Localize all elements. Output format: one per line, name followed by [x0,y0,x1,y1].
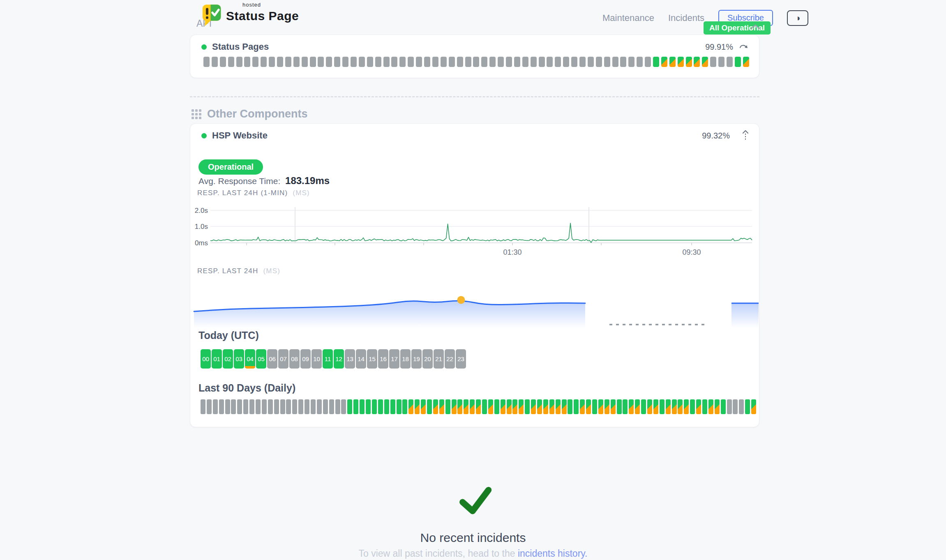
uptime-bar[interactable] [694,57,700,67]
uptime-bar[interactable] [506,57,512,67]
uptime-bar[interactable] [203,57,210,67]
uptime-bar[interactable] [268,399,273,414]
uptime-bar[interactable] [293,57,300,67]
nav-maintenance[interactable]: Maintenance [602,13,654,23]
uptime-bar[interactable] [408,399,413,414]
uptime-bar[interactable] [427,399,432,414]
uptime-bar[interactable] [641,399,646,414]
uptime-bar[interactable] [598,399,603,414]
uptime-bar[interactable] [457,57,463,67]
uptime-bar[interactable] [605,399,609,414]
uptime-bar[interactable] [249,399,254,414]
hour-block[interactable]: 06 [267,349,277,369]
uptime-bar[interactable] [666,399,671,414]
uptime-bar[interactable] [298,399,303,414]
uptime-bar[interactable] [537,399,542,414]
uptime-bar[interactable] [574,399,579,414]
uptime-bar[interactable] [329,399,334,414]
uptime-bar[interactable] [718,57,724,67]
uptime-bar[interactable] [421,399,426,414]
chart-marker-dot[interactable] [457,296,465,304]
uptime-bar[interactable] [452,399,457,414]
uptime-bar[interactable] [341,399,346,414]
uptime-bar[interactable] [637,57,643,67]
uptime-bar[interactable] [612,57,618,67]
uptime-bar[interactable] [568,399,572,414]
uptime-bar[interactable] [292,399,297,414]
uptime-bar[interactable] [715,399,720,414]
uptime-bar[interactable] [244,57,250,67]
hour-block[interactable]: 03 [234,349,244,369]
uptime-bar[interactable] [449,57,455,67]
uptime-bar[interactable] [617,399,622,414]
hour-block[interactable]: 01 [212,349,222,369]
uptime-bar[interactable] [384,399,389,414]
uptime-bar[interactable] [334,57,340,67]
uptime-bar[interactable] [696,399,701,414]
uptime-bar[interactable] [556,399,561,414]
uptime-bar[interactable] [473,57,479,67]
uptime-bar[interactable] [702,399,707,414]
uptime-bar[interactable] [645,57,651,67]
hour-block[interactable]: 07 [278,349,288,369]
uptime-bar[interactable] [494,399,499,414]
uptime-bar[interactable] [678,399,683,414]
uptime-bar[interactable] [543,399,548,414]
uptime-bar[interactable] [686,57,692,67]
uptime-bar[interactable] [317,399,322,414]
hour-block[interactable]: 00 [201,349,211,369]
uptime-bar[interactable] [433,399,438,414]
uptime-bar[interactable] [391,57,397,67]
uptime-bar[interactable] [201,399,205,414]
uptime-bar[interactable] [482,399,487,414]
uptime-bar[interactable] [531,399,536,414]
uptime-bar[interactable] [351,57,357,67]
uptime-bar[interactable] [727,57,733,67]
uptime-bar[interactable] [708,399,713,414]
uptime-bar[interactable] [262,399,267,414]
hour-block[interactable]: 13 [345,349,355,369]
chevron-up-icon[interactable] [750,24,760,30]
uptime-bar[interactable] [347,399,352,414]
uptime-bar[interactable] [353,399,358,414]
uptime-bar[interactable] [555,57,561,67]
hour-block[interactable]: 20 [422,349,433,369]
uptime-bar[interactable] [539,57,545,67]
uptime-bar[interactable] [372,399,377,414]
hour-block[interactable]: 08 [289,349,300,369]
hour-block[interactable]: 21 [434,349,444,369]
response-time-area-chart[interactable] [193,282,759,330]
uptime-bar[interactable] [580,399,585,414]
uptime-bar[interactable] [611,399,616,414]
uptime-bar[interactable] [476,399,481,414]
uptime-bar[interactable] [751,399,756,414]
uptime-bar[interactable] [415,399,420,414]
uptime-bar[interactable] [366,399,371,414]
hour-block[interactable]: 18 [400,349,411,369]
uptime-bar[interactable] [378,399,383,414]
uptime-bar[interactable] [604,57,610,67]
uptime-bar[interactable] [342,57,348,67]
uptime-bar[interactable] [514,57,520,67]
uptime-bar[interactable] [733,399,738,414]
uptime-bar[interactable] [367,57,373,67]
hour-block[interactable]: 15 [367,349,377,369]
uptime-bar[interactable] [359,57,365,67]
uptime-bar[interactable] [628,57,635,67]
uptime-bar[interactable] [408,57,414,67]
incidents-history-link[interactable]: incidents history. [518,548,588,559]
uptime-bar[interactable] [470,399,475,414]
uptime-bar[interactable] [660,399,665,414]
uptime-bar[interactable] [579,57,586,67]
uptime-bar[interactable] [512,399,517,414]
uptime-bar[interactable] [549,399,554,414]
uptime-bar[interactable] [669,57,676,67]
uptime-bar[interactable] [547,57,553,67]
uptime-bar[interactable] [318,57,324,67]
uptime-bar[interactable] [402,399,407,414]
uptime-bar[interactable] [311,399,316,414]
uptime-bar[interactable] [678,57,684,67]
uptime-bar[interactable] [219,399,224,414]
uptime-bar[interactable] [305,399,309,414]
uptime-bar[interactable] [739,399,744,414]
